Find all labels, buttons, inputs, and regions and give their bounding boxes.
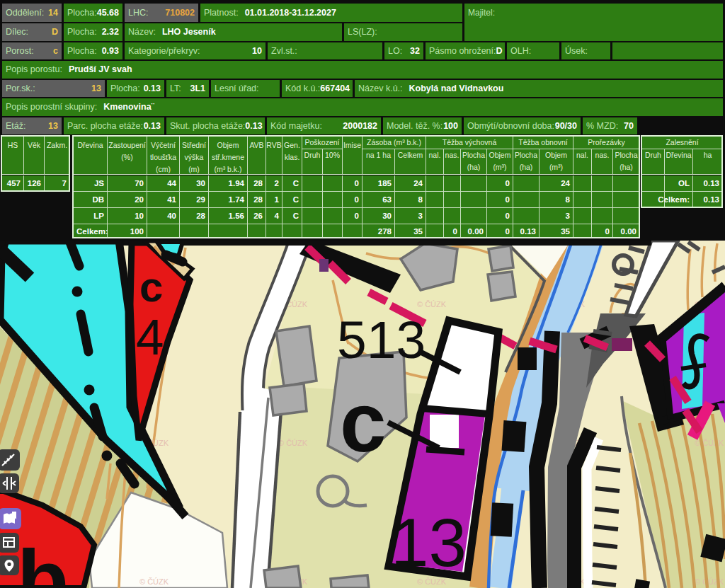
svg-text:© ČÚZK: © ČÚZK (695, 439, 724, 447)
svg-text:513: 513 (337, 310, 426, 369)
svg-text:b: b (17, 533, 69, 588)
svg-text:c: c (340, 376, 387, 469)
svg-text:© ČÚZK: © ČÚZK (278, 439, 308, 447)
svg-text:© ČÚZK: © ČÚZK (417, 300, 447, 309)
svg-text:c: c (139, 263, 163, 311)
svg-text:4: 4 (136, 309, 164, 365)
svg-text:© ČÚZK: © ČÚZK (139, 577, 169, 586)
svg-text:13: 13 (391, 505, 467, 580)
